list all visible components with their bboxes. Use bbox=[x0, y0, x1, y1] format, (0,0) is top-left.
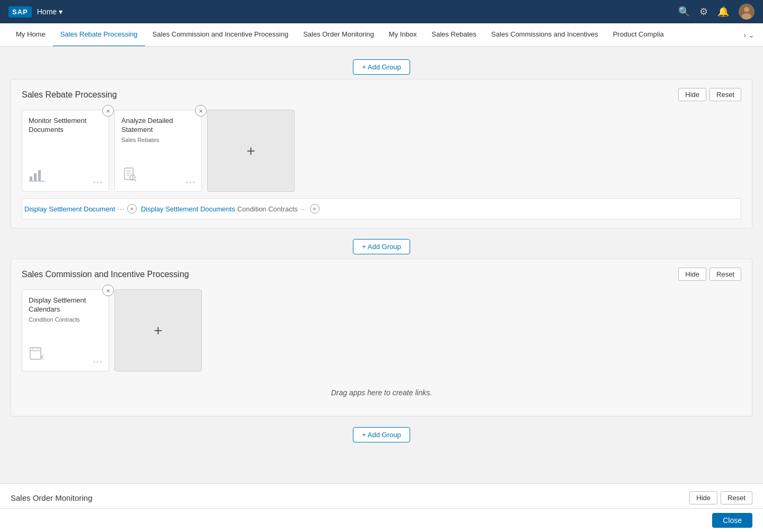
group2-tiles-row: × Display Settlement Calendars Condition… bbox=[22, 289, 741, 371]
tile1-chart-icon bbox=[29, 167, 102, 185]
link2-item: Display Settlement Documents Condition C… bbox=[141, 204, 320, 214]
home-menu[interactable]: Home ▾ bbox=[37, 7, 63, 16]
group2-add-tile-button[interactable]: + bbox=[114, 289, 202, 371]
nav-item-product-complia[interactable]: Product Complia bbox=[606, 23, 671, 47]
tile2-title: Analyze Detailed Statement bbox=[121, 117, 195, 135]
header-right: 🔍 ⚙ 🔔 bbox=[678, 4, 755, 20]
group-sales-rebate: Sales Rebate Processing Hide Reset × Mon… bbox=[11, 79, 752, 228]
nav-item-inbox[interactable]: My Inbox bbox=[382, 23, 424, 47]
group1-actions: Hide Reset bbox=[678, 88, 741, 101]
settings-icon[interactable]: ⚙ bbox=[699, 6, 708, 17]
group2-reset-button[interactable]: Reset bbox=[709, 268, 741, 281]
svg-rect-3 bbox=[30, 176, 32, 181]
link2-dots[interactable]: ··· bbox=[300, 205, 308, 213]
tile1-menu-button[interactable]: ··· bbox=[93, 178, 103, 187]
tile2-menu-button[interactable]: ··· bbox=[186, 178, 196, 187]
tile3-close-button[interactable]: × bbox=[102, 285, 114, 296]
link2-tag: Condition Contracts bbox=[237, 205, 298, 213]
nav-bar: My Home Sales Rebate Processing Sales Co… bbox=[0, 23, 763, 47]
svg-line-12 bbox=[135, 180, 136, 181]
svg-point-1 bbox=[744, 7, 749, 12]
header-left: SAP Home ▾ bbox=[8, 6, 63, 17]
nav-item-sales-rebate[interactable]: Sales Rebate Processing bbox=[53, 23, 145, 47]
group-commission: Sales Commission and Incentive Processin… bbox=[11, 259, 752, 416]
group2-header: Sales Commission and Incentive Processin… bbox=[22, 268, 741, 281]
bottom-section-actions: Hide Reset bbox=[689, 491, 752, 504]
top-header: SAP Home ▾ 🔍 ⚙ 🔔 bbox=[0, 0, 763, 23]
overflow-down-icon: ⌄ bbox=[748, 31, 755, 39]
tile2-subtitle: Sales Rebates bbox=[121, 137, 195, 143]
group1-tiles-row: × Monitor Settlement Documents ··· × Ana… bbox=[22, 110, 741, 192]
home-chevron-icon: ▾ bbox=[59, 7, 63, 16]
tile3-calendar-icon: € bbox=[29, 345, 102, 365]
svg-rect-13 bbox=[30, 348, 41, 359]
nav-item-my-home[interactable]: My Home bbox=[8, 23, 53, 47]
nav-item-commission[interactable]: Sales Commission and Incentive Processin… bbox=[145, 23, 296, 47]
tile-display-calendars[interactable]: × Display Settlement Calendars Condition… bbox=[22, 289, 109, 371]
page-content: + Add Group Sales Rebate Processing Hide… bbox=[0, 47, 763, 532]
link1-item: Display Settlement Document ··· × bbox=[24, 204, 137, 214]
tile1-title: Monitor Settlement Documents bbox=[29, 117, 102, 135]
bottom-section-preview: Sales Order Monitoring Hide Reset bbox=[0, 483, 763, 509]
search-icon[interactable]: 🔍 bbox=[678, 6, 690, 17]
nav-item-sales-rebates[interactable]: Sales Rebates bbox=[424, 23, 484, 47]
bottom-section-title: Sales Order Monitoring bbox=[11, 493, 92, 502]
svg-text:€: € bbox=[41, 354, 44, 360]
group1-links-row: Display Settlement Document ··· × Displa… bbox=[22, 198, 741, 219]
tile3-subtitle: Condition Contracts bbox=[29, 316, 102, 323]
link1-dots[interactable]: ··· bbox=[117, 205, 125, 213]
tile-analyze-detailed[interactable]: × Analyze Detailed Statement Sales Rebat… bbox=[114, 110, 202, 192]
close-button[interactable]: Close bbox=[712, 513, 752, 528]
tile3-menu-button[interactable]: ··· bbox=[93, 357, 103, 367]
nav-item-order-monitoring[interactable]: Sales Order Monitoring bbox=[296, 23, 382, 47]
group1-title: Sales Rebate Processing bbox=[22, 90, 117, 100]
drag-text: Drag apps here to create links. bbox=[331, 388, 432, 397]
bottom-hide-button[interactable]: Hide bbox=[689, 491, 717, 504]
svg-point-2 bbox=[742, 13, 751, 20]
tile1-close-button[interactable]: × bbox=[102, 105, 114, 117]
group1-header: Sales Rebate Processing Hide Reset bbox=[22, 88, 741, 101]
sap-logo: SAP bbox=[8, 6, 32, 17]
add-group-bottom-button[interactable]: + Add Group bbox=[353, 427, 410, 442]
link2-close-button[interactable]: × bbox=[310, 204, 320, 214]
bottom-reset-button[interactable]: Reset bbox=[721, 491, 752, 504]
nav-overflow[interactable]: › ⌄ bbox=[743, 31, 755, 39]
link1-label[interactable]: Display Settlement Document bbox=[24, 205, 115, 213]
group2-title: Sales Commission and Incentive Processin… bbox=[22, 270, 189, 279]
group2-actions: Hide Reset bbox=[678, 268, 741, 281]
tile2-close-button[interactable]: × bbox=[195, 105, 207, 117]
svg-rect-5 bbox=[38, 170, 41, 181]
tile3-title: Display Settlement Calendars bbox=[29, 296, 102, 314]
avatar[interactable] bbox=[739, 4, 755, 20]
add-group-bottom: + Add Group bbox=[11, 427, 752, 442]
group1-add-tile-button[interactable]: + bbox=[207, 110, 295, 192]
add-group-middle: + Add Group bbox=[11, 239, 752, 254]
add-group-middle-button[interactable]: + Add Group bbox=[353, 239, 410, 254]
link2-label[interactable]: Display Settlement Documents bbox=[141, 205, 235, 213]
notifications-icon[interactable]: 🔔 bbox=[717, 6, 729, 17]
home-label: Home bbox=[37, 7, 57, 16]
drag-area: Drag apps here to create links. bbox=[22, 378, 741, 407]
bottom-bar: Close bbox=[0, 508, 763, 532]
link1-close-button[interactable]: × bbox=[127, 204, 137, 214]
add-group-top-button[interactable]: + Add Group bbox=[353, 59, 410, 75]
overflow-chevron-icon: › bbox=[743, 31, 746, 39]
group1-hide-button[interactable]: Hide bbox=[678, 88, 706, 101]
svg-rect-4 bbox=[34, 173, 37, 181]
nav-item-commissions-incentives[interactable]: Sales Commissions and Incentives bbox=[484, 23, 606, 47]
group2-hide-button[interactable]: Hide bbox=[678, 268, 706, 281]
add-group-top: + Add Group bbox=[11, 59, 752, 75]
group1-reset-button[interactable]: Reset bbox=[709, 88, 741, 101]
tile2-doc-icon bbox=[121, 167, 195, 185]
tile-monitor-settlement[interactable]: × Monitor Settlement Documents ··· bbox=[22, 110, 109, 192]
svg-rect-7 bbox=[125, 168, 133, 180]
